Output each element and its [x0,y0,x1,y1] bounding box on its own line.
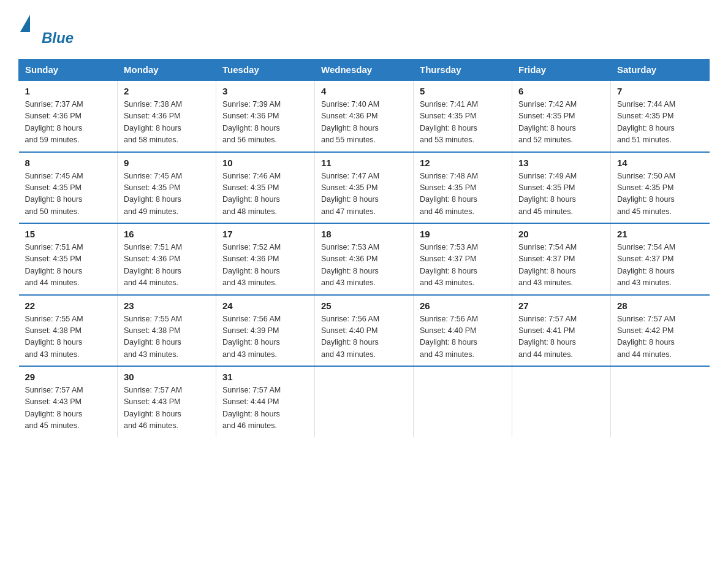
calendar-cell: 29 Sunrise: 7:57 AM Sunset: 4:43 PM Dayl… [19,366,118,437]
day-number: 12 [420,158,506,168]
day-number: 28 [617,301,703,311]
day-info: Sunrise: 7:38 AM Sunset: 4:36 PM Dayligh… [124,99,210,147]
day-info: Sunrise: 7:39 AM Sunset: 4:36 PM Dayligh… [222,99,308,147]
day-number: 19 [420,229,506,239]
day-info: Sunrise: 7:55 AM Sunset: 4:38 PM Dayligh… [124,313,210,361]
week-row-2: 8 Sunrise: 7:45 AM Sunset: 4:35 PM Dayli… [19,152,710,224]
calendar-cell: 8 Sunrise: 7:45 AM Sunset: 4:35 PM Dayli… [19,152,118,224]
day-info: Sunrise: 7:51 AM Sunset: 4:35 PM Dayligh… [25,242,112,289]
day-number: 16 [124,229,210,239]
calendar-cell [414,366,512,437]
day-number: 14 [617,158,703,168]
calendar-cell: 27 Sunrise: 7:57 AM Sunset: 4:41 PM Dayl… [512,295,611,367]
week-row-4: 22 Sunrise: 7:55 AM Sunset: 4:38 PM Dayl… [19,295,710,367]
calendar-cell: 15 Sunrise: 7:51 AM Sunset: 4:35 PM Dayl… [19,223,118,295]
calendar-cell: 14 Sunrise: 7:50 AM Sunset: 4:35 PM Dayl… [611,152,710,224]
day-info: Sunrise: 7:46 AM Sunset: 4:35 PM Dayligh… [222,170,308,218]
day-number: 23 [124,301,210,311]
calendar-cell: 17 Sunrise: 7:52 AM Sunset: 4:36 PM Dayl… [216,223,315,295]
day-number: 17 [222,229,308,239]
day-number: 20 [518,229,604,239]
calendar-cell: 10 Sunrise: 7:46 AM Sunset: 4:35 PM Dayl… [216,152,315,224]
day-info: Sunrise: 7:50 AM Sunset: 4:35 PM Dayligh… [617,170,703,218]
calendar-cell: 1 Sunrise: 7:37 AM Sunset: 4:36 PM Dayli… [19,80,118,152]
day-info: Sunrise: 7:45 AM Sunset: 4:35 PM Dayligh… [25,170,112,218]
day-number: 1 [25,86,112,96]
day-number: 10 [222,158,308,168]
day-number: 30 [124,372,210,382]
calendar-cell [611,366,710,437]
calendar-cell: 18 Sunrise: 7:53 AM Sunset: 4:36 PM Dayl… [315,223,414,295]
day-info: Sunrise: 7:40 AM Sunset: 4:36 PM Dayligh… [321,99,407,147]
day-number: 29 [25,372,112,382]
day-info: Sunrise: 7:49 AM Sunset: 4:35 PM Dayligh… [518,170,604,218]
day-number: 13 [518,158,604,168]
day-info: Sunrise: 7:57 AM Sunset: 4:43 PM Dayligh… [124,385,210,432]
day-number: 31 [222,372,308,382]
day-number: 9 [124,158,210,168]
day-info: Sunrise: 7:48 AM Sunset: 4:35 PM Dayligh… [420,170,506,218]
day-number: 27 [518,301,604,311]
day-info: Sunrise: 7:54 AM Sunset: 4:37 PM Dayligh… [617,242,703,289]
day-number: 5 [420,86,506,96]
page-header: Blue [18,12,710,47]
day-number: 6 [518,86,604,96]
calendar-cell: 6 Sunrise: 7:42 AM Sunset: 4:35 PM Dayli… [512,80,611,152]
weekday-header-monday: Monday [118,59,216,81]
day-info: Sunrise: 7:56 AM Sunset: 4:39 PM Dayligh… [222,313,308,361]
calendar-table: SundayMondayTuesdayWednesdayThursdayFrid… [18,59,710,437]
day-info: Sunrise: 7:57 AM Sunset: 4:41 PM Dayligh… [518,313,604,361]
day-number: 26 [420,301,506,311]
calendar-cell: 3 Sunrise: 7:39 AM Sunset: 4:36 PM Dayli… [216,80,315,152]
calendar-cell: 4 Sunrise: 7:40 AM Sunset: 4:36 PM Dayli… [315,80,414,152]
day-info: Sunrise: 7:56 AM Sunset: 4:40 PM Dayligh… [321,313,407,361]
day-info: Sunrise: 7:51 AM Sunset: 4:36 PM Dayligh… [124,242,210,289]
calendar-cell: 21 Sunrise: 7:54 AM Sunset: 4:37 PM Dayl… [611,223,710,295]
week-row-3: 15 Sunrise: 7:51 AM Sunset: 4:35 PM Dayl… [19,223,710,295]
calendar-cell: 22 Sunrise: 7:55 AM Sunset: 4:38 PM Dayl… [19,295,118,367]
day-number: 8 [25,158,112,168]
weekday-header-friday: Friday [512,59,611,81]
day-number: 2 [124,86,210,96]
calendar-cell: 28 Sunrise: 7:57 AM Sunset: 4:42 PM Dayl… [611,295,710,367]
weekday-header-tuesday: Tuesday [216,59,315,81]
day-info: Sunrise: 7:45 AM Sunset: 4:35 PM Dayligh… [124,170,210,218]
day-number: 18 [321,229,407,239]
day-info: Sunrise: 7:57 AM Sunset: 4:43 PM Dayligh… [25,385,112,432]
day-info: Sunrise: 7:53 AM Sunset: 4:37 PM Dayligh… [420,242,506,289]
day-info: Sunrise: 7:54 AM Sunset: 4:37 PM Dayligh… [518,242,604,289]
day-number: 3 [222,86,308,96]
calendar-cell: 11 Sunrise: 7:47 AM Sunset: 4:35 PM Dayl… [315,152,414,224]
day-info: Sunrise: 7:44 AM Sunset: 4:35 PM Dayligh… [617,99,703,147]
weekday-header-row: SundayMondayTuesdayWednesdayThursdayFrid… [19,59,710,81]
day-info: Sunrise: 7:42 AM Sunset: 4:35 PM Dayligh… [518,99,604,147]
calendar-cell: 26 Sunrise: 7:56 AM Sunset: 4:40 PM Dayl… [414,295,512,367]
calendar-cell: 2 Sunrise: 7:38 AM Sunset: 4:36 PM Dayli… [118,80,216,152]
logo-triangle-icon [20,15,30,32]
week-row-1: 1 Sunrise: 7:37 AM Sunset: 4:36 PM Dayli… [19,80,710,152]
calendar-cell: 5 Sunrise: 7:41 AM Sunset: 4:35 PM Dayli… [414,80,512,152]
day-number: 11 [321,158,407,168]
day-number: 7 [617,86,703,96]
calendar-cell: 13 Sunrise: 7:49 AM Sunset: 4:35 PM Dayl… [512,152,611,224]
day-number: 15 [25,229,112,239]
calendar-cell: 19 Sunrise: 7:53 AM Sunset: 4:37 PM Dayl… [414,223,512,295]
day-info: Sunrise: 7:53 AM Sunset: 4:36 PM Dayligh… [321,242,407,289]
day-info: Sunrise: 7:47 AM Sunset: 4:35 PM Dayligh… [321,170,407,218]
calendar-cell: 31 Sunrise: 7:57 AM Sunset: 4:44 PM Dayl… [216,366,315,437]
logo: Blue [18,12,74,47]
calendar-cell: 20 Sunrise: 7:54 AM Sunset: 4:37 PM Dayl… [512,223,611,295]
calendar-cell [315,366,414,437]
week-row-5: 29 Sunrise: 7:57 AM Sunset: 4:43 PM Dayl… [19,366,710,437]
day-info: Sunrise: 7:41 AM Sunset: 4:35 PM Dayligh… [420,99,506,147]
day-info: Sunrise: 7:37 AM Sunset: 4:36 PM Dayligh… [25,99,112,147]
calendar-cell: 23 Sunrise: 7:55 AM Sunset: 4:38 PM Dayl… [118,295,216,367]
day-info: Sunrise: 7:57 AM Sunset: 4:42 PM Dayligh… [617,313,703,361]
weekday-header-sunday: Sunday [19,59,118,81]
day-number: 4 [321,86,407,96]
day-info: Sunrise: 7:57 AM Sunset: 4:44 PM Dayligh… [222,385,308,432]
calendar-cell [512,366,611,437]
calendar-cell: 9 Sunrise: 7:45 AM Sunset: 4:35 PM Dayli… [118,152,216,224]
calendar-cell: 16 Sunrise: 7:51 AM Sunset: 4:36 PM Dayl… [118,223,216,295]
weekday-header-thursday: Thursday [414,59,512,81]
